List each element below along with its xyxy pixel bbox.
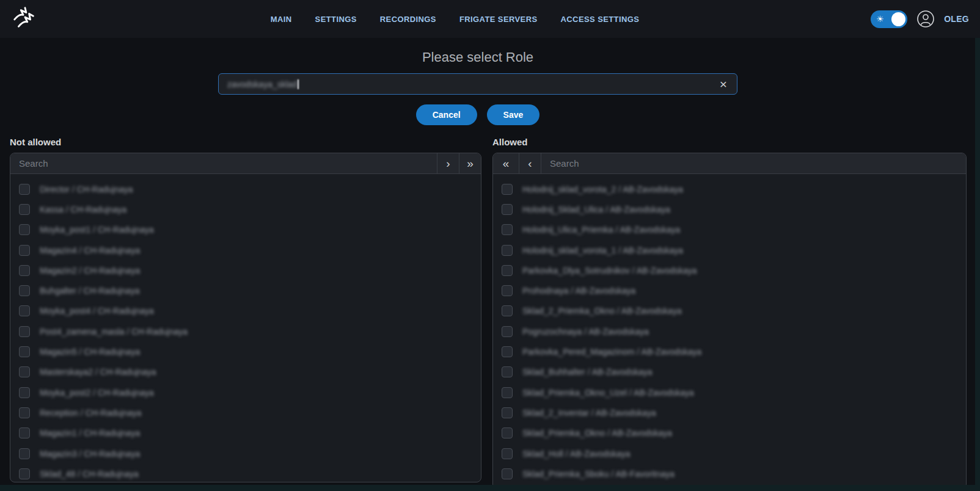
page-title: Please select Role	[0, 49, 956, 65]
item-label: Kassa / CH-Radujnaya	[40, 205, 126, 214]
item-checkbox[interactable]	[502, 427, 513, 438]
list-item[interactable]: Parkovka_Pered_Magazinom / AB-Zavodskaya	[493, 341, 966, 362]
role-input-value: zavodskaya_sklad	[227, 79, 297, 89]
nav-link[interactable]: RECORDINGS	[380, 15, 436, 24]
theme-toggle[interactable]: ☀	[871, 10, 907, 28]
item-label: Holodnij_Sklad_Ulica / AB-Zavodskaya	[522, 205, 670, 214]
item-checkbox[interactable]	[19, 366, 30, 377]
item-checkbox[interactable]	[19, 285, 30, 296]
item-checkbox[interactable]	[19, 184, 30, 195]
item-checkbox[interactable]	[502, 387, 513, 398]
list-item[interactable]: Moyka_post1 / CH-Radujnaya	[10, 220, 481, 240]
move-right-button[interactable]: ›	[437, 153, 459, 173]
nav-link[interactable]: FRIGATE SERVERS	[459, 15, 538, 24]
item-checkbox[interactable]	[19, 326, 30, 337]
item-checkbox[interactable]	[19, 448, 30, 459]
item-checkbox[interactable]	[19, 245, 30, 256]
item-checkbox[interactable]	[502, 346, 513, 357]
list-item[interactable]: Director / CH-Radujnaya	[10, 179, 481, 199]
list-item[interactable]: Moyka_post2 / CH-Radujnaya	[10, 382, 481, 402]
item-checkbox[interactable]	[502, 407, 513, 418]
item-checkbox[interactable]	[502, 224, 513, 235]
list-item[interactable]: Holodnij_sklad_vorota_2 / AB-Zavodskaya	[493, 179, 966, 199]
item-label: Magazin4 / CH-Radujnaya	[40, 246, 140, 255]
item-checkbox[interactable]	[502, 204, 513, 215]
item-label: Pogruzochnaya / AB-Zavodskaya	[522, 327, 649, 336]
item-checkbox[interactable]	[502, 285, 513, 296]
item-checkbox[interactable]	[19, 346, 30, 357]
frigate-logo[interactable]	[11, 5, 39, 33]
nav-link[interactable]: SETTINGS	[315, 15, 357, 24]
item-checkbox[interactable]	[502, 265, 513, 276]
item-checkbox[interactable]	[502, 448, 513, 459]
list-item[interactable]: Parkovka_Dlya_Sotrudnikov / AB-Zavodskay…	[493, 260, 966, 280]
item-checkbox[interactable]	[19, 387, 30, 398]
list-item[interactable]: Reception / CH-Radujnaya	[10, 402, 481, 423]
list-item[interactable]: Sklad_2_Priemka_Okno / AB-Zavodskaya	[493, 301, 966, 321]
list-item[interactable]: Sklad_Priemka_Okno / AB-Zavodskaya	[493, 423, 966, 443]
nav-link[interactable]: MAIN	[271, 15, 292, 24]
item-checkbox[interactable]	[502, 184, 513, 195]
item-checkbox[interactable]	[19, 305, 30, 316]
theme-toggle-knob	[891, 12, 905, 26]
allowed-search-input[interactable]	[541, 153, 966, 173]
item-label: Holodnij_sklad_vorota_1 / AB-Zavodskaya	[522, 246, 683, 255]
item-checkbox[interactable]	[502, 366, 513, 377]
item-checkbox[interactable]	[502, 326, 513, 337]
not-allowed-panel-header: › »	[10, 153, 481, 174]
cancel-button[interactable]: Cancel	[416, 104, 477, 125]
list-item[interactable]: Buhgalter / CH-Radujnaya	[10, 280, 481, 300]
list-item[interactable]: Masterskaya2 / CH-Radujnaya	[10, 362, 481, 382]
list-item[interactable]: Sklad_Priemka_Okno_Uzel / AB-Zavodskaya	[493, 382, 966, 402]
list-item[interactable]: Magazin4 / CH-Radujnaya	[10, 240, 481, 260]
allowed-panel-header: « ‹	[493, 153, 966, 174]
move-left-button[interactable]: ‹	[519, 153, 541, 173]
list-item[interactable]: Kassa / CH-Radujnaya	[10, 199, 481, 219]
item-checkbox[interactable]	[502, 305, 513, 316]
item-label: Sklad_Priemka_Okno / AB-Zavodskaya	[522, 428, 672, 438]
list-item[interactable]: Moyka_post4 / CH-Radujnaya	[10, 301, 481, 321]
user-avatar-icon[interactable]	[916, 10, 935, 28]
list-item[interactable]: Sklad_2_Inventar / AB-Zavodskaya	[493, 402, 966, 423]
list-item[interactable]: Holodnij_Ulica_Priemka / AB-Zavodskaya	[493, 220, 966, 240]
bottom-scrollbar-track[interactable]	[0, 485, 980, 491]
list-item[interactable]: Magazin1 / CH-Radujnaya	[10, 423, 481, 443]
list-item[interactable]: Post4_zamena_masla / CH-Radujnaya	[10, 321, 481, 341]
item-checkbox[interactable]	[19, 224, 30, 235]
move-all-left-button[interactable]: «	[493, 153, 519, 173]
navbar-right: ☀ OLEG	[871, 10, 969, 28]
item-label: Parkovka_Pered_Magazinom / AB-Zavodskaya	[522, 347, 701, 357]
item-checkbox[interactable]	[19, 427, 30, 438]
item-checkbox[interactable]	[19, 265, 30, 276]
list-item[interactable]: Sklad_Priemka_Sboku / AB-Favoritnaya	[493, 464, 966, 484]
save-button[interactable]: Save	[487, 104, 540, 125]
nav-link[interactable]: ACCESS SETTINGS	[561, 15, 640, 24]
allowed-panel: « ‹ Holodnij_sklad_vorota_2 / AB-Zavodsk…	[492, 153, 967, 489]
item-checkbox[interactable]	[19, 407, 30, 418]
item-label: Magazin3 / CH-Radujnaya	[40, 449, 140, 459]
item-checkbox[interactable]	[19, 204, 30, 215]
item-checkbox[interactable]	[502, 468, 513, 479]
move-all-right-button[interactable]: »	[459, 153, 481, 173]
list-item[interactable]: Magazin5 / CH-Radujnaya	[10, 341, 481, 362]
list-item[interactable]: Sklad_Holl / AB-Zavodskaya	[493, 443, 966, 464]
list-item[interactable]: Sklad_Buhhalter / AB-Zavodskaya	[493, 362, 966, 382]
list-item[interactable]: Magazin2 / CH-Radujnaya	[10, 260, 481, 280]
username[interactable]: OLEG	[944, 14, 969, 24]
main-content: Please select Role zavodskaya_sklad × Ca…	[0, 49, 980, 489]
allowed-heading: Allowed	[492, 137, 967, 147]
list-item[interactable]: Holodnij_sklad_vorota_1 / AB-Zavodskaya	[493, 240, 966, 260]
list-item[interactable]: Magazin3 / CH-Radujnaya	[10, 443, 481, 464]
list-item[interactable]: Pogruzochnaya / AB-Zavodskaya	[493, 321, 966, 341]
list-item[interactable]: Holodnij_Sklad_Ulica / AB-Zavodskaya	[493, 199, 966, 219]
right-scrollbar-track[interactable]	[975, 38, 980, 491]
clear-input-button[interactable]: ×	[719, 78, 728, 90]
list-item[interactable]: Sklad_48 / CH-Radujnaya	[10, 464, 481, 482]
item-checkbox[interactable]	[502, 245, 513, 256]
item-checkbox[interactable]	[19, 468, 30, 479]
item-label: Sklad_2_Inventar / AB-Zavodskaya	[522, 408, 656, 418]
not-allowed-search-input[interactable]	[10, 153, 437, 173]
action-buttons: Cancel Save	[0, 104, 956, 125]
role-input[interactable]: zavodskaya_sklad ×	[218, 73, 737, 95]
list-item[interactable]: Prohodnaya / AB-Zavodskaya	[493, 280, 966, 300]
